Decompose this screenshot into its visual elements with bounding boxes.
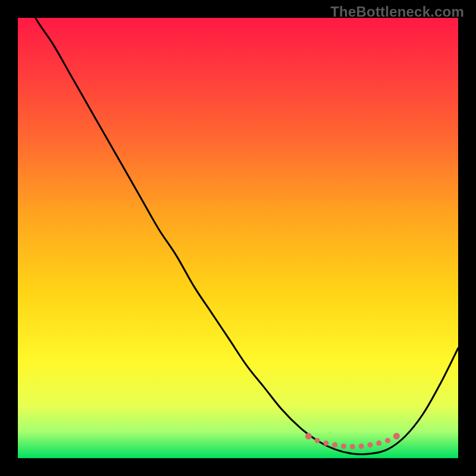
gradient-background: [18, 18, 458, 458]
highlight-dot: [350, 444, 355, 449]
highlight-dot: [341, 444, 346, 449]
highlight-dot: [324, 440, 329, 446]
highlight-dot: [305, 433, 312, 440]
highlight-dot: [368, 442, 373, 447]
plot-area: [18, 18, 458, 458]
plot-svg: [18, 18, 458, 458]
highlight-dot: [393, 433, 400, 440]
watermark-text: TheBottleneck.com: [330, 4, 464, 20]
highlight-dot: [385, 438, 390, 443]
highlight-dot: [359, 444, 364, 449]
highlight-dot: [332, 442, 337, 447]
chart-container: TheBottleneck.com: [0, 0, 476, 476]
highlight-dot: [315, 438, 320, 443]
highlight-dot: [376, 440, 381, 446]
